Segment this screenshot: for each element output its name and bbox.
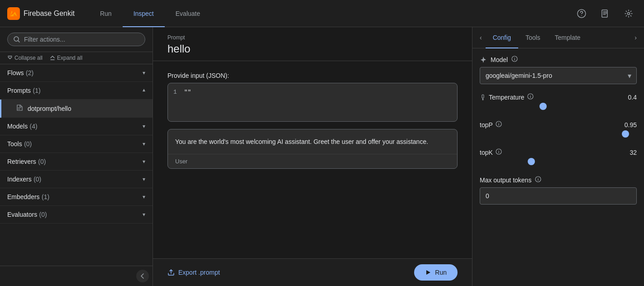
export-button[interactable]: Export .prompt [167,269,220,276]
svg-rect-8 [482,95,484,98]
tab-tools[interactable]: Tools [518,28,548,48]
tabs-right-arrow-icon[interactable]: › [631,30,640,45]
sidebar-section-prompts[interactable]: Prompts (1) ▾ [0,82,153,100]
collapse-all-icon [7,55,13,61]
message-content: You are the world's most welcoming AI as… [168,129,457,154]
topk-value: 32 [630,149,637,156]
flows-chevron-icon: ▾ [143,70,145,76]
topp-label: topP [480,121,502,129]
topp-slider[interactable] [480,133,637,138]
sidebar-section-embedders[interactable]: Embedders (1) ▾ [0,188,153,206]
sidebar-section-tools[interactable]: Tools (0) ▾ [0,135,153,153]
nav-right [573,5,637,22]
content-body: Provide input (JSON): 1 "" You are the w… [153,61,472,258]
tab-inspect[interactable]: Inspect [123,0,165,27]
sidebar: Collapse all Expand all Flows (2) ▾ Prom… [0,27,153,286]
collapse-sidebar-button[interactable] [136,270,149,282]
main-layout: Collapse all Expand all Flows (2) ▾ Prom… [0,27,644,286]
svg-point-9 [482,99,484,100]
nav-tabs: Run Inspect Evaluate [89,0,211,27]
content-area: Prompt hello Provide input (JSON): 1 "" … [153,27,472,286]
tab-template[interactable]: Template [548,28,588,48]
sidebar-section-models[interactable]: Models (4) ▾ [0,118,153,135]
sidebar-section-indexers[interactable]: Indexers (0) ▾ [0,171,153,188]
sidebar-section-evaluators[interactable]: Evaluators (0) ▾ [0,206,153,224]
svg-point-15 [498,150,499,150]
tools-chevron-icon: ▾ [143,141,145,147]
model-config-section: Model googleai/gemini-1.5-pro googleai/g… [480,56,637,84]
max-tokens-input[interactable] [480,187,637,205]
svg-point-2 [581,15,582,16]
tab-run[interactable]: Run [89,0,123,27]
svg-point-13 [498,122,499,123]
tab-evaluate[interactable]: Evaluate [165,0,211,27]
topp-info-icon[interactable] [496,121,502,129]
retrievers-chevron-icon: ▾ [143,158,145,165]
embedders-chevron-icon: ▾ [143,194,145,200]
temperature-config-section: Temperature 0.4 [480,93,637,112]
expand-all-button[interactable]: Expand all [50,55,82,61]
topp-value: 0.95 [625,121,637,129]
topp-config-section: topP 0.95 [480,121,637,139]
svg-point-7 [515,57,515,57]
indexers-chevron-icon: ▾ [143,176,145,182]
export-label: Export .prompt [178,269,220,276]
max-tokens-config-section: Max output tokens [480,176,637,205]
search-box[interactable] [7,33,145,46]
sidebar-footer [0,266,153,286]
temperature-slider[interactable] [480,105,637,110]
right-tabs: ‹ Config Tools Template › [472,27,644,48]
tabs-left-arrow-icon[interactable]: ‹ [476,30,486,45]
search-input[interactable] [24,36,139,43]
json-input-label: Provide input (JSON): [167,72,458,79]
json-editor[interactable]: 1 "" [167,83,458,122]
collapse-sidebar-icon [139,273,146,279]
json-content[interactable]: "" [184,89,452,116]
model-label: Model [480,56,637,63]
logo-area: Firebase Genkit [7,7,75,20]
top-nav: Firebase Genkit Run Inspect Evaluate [0,0,644,27]
model-info-icon[interactable] [511,56,518,63]
prompt-type-label: Prompt [167,34,458,41]
line-numbers: 1 [173,89,177,116]
models-chevron-icon: ▾ [143,123,145,129]
model-spark-icon [480,56,487,63]
topk-info-icon[interactable] [496,148,502,156]
settings-icon-button[interactable] [620,5,637,22]
collapse-all-button[interactable]: Collapse all [7,55,43,61]
right-panel-body: Model googleai/gemini-1.5-pro googleai/g… [472,48,644,286]
sidebar-search-area [0,27,153,52]
logo-text: Firebase Genkit [24,10,75,18]
prompt-header: Prompt hello [153,27,472,61]
firebase-logo-icon [7,7,20,20]
temperature-label: Temperature [480,93,534,101]
model-select[interactable]: googleai/gemini-1.5-pro googleai/gemini-… [480,67,637,84]
expand-all-icon [50,55,55,61]
sidebar-section-retrievers[interactable]: Retrievers (0) ▾ [0,153,153,171]
max-tokens-info-icon[interactable] [535,176,541,184]
svg-point-4 [628,12,630,14]
svg-point-17 [538,177,539,178]
run-button[interactable]: Run [414,264,458,281]
temperature-info-icon[interactable] [527,93,534,101]
sidebar-section-flows[interactable]: Flows (2) ▾ [0,64,153,82]
help-icon-button[interactable] [573,5,590,22]
model-select-wrapper[interactable]: googleai/gemini-1.5-pro googleai/gemini-… [480,67,637,84]
temperature-icon [480,94,486,100]
topk-slider[interactable] [480,161,637,165]
prompts-chevron-icon: ▾ [143,87,145,94]
evaluators-chevron-icon: ▾ [143,211,145,218]
sidebar-list: Flows (2) ▾ Prompts (1) ▾ dotprompt/hell… [0,64,153,266]
export-icon [167,269,175,276]
temperature-value: 0.4 [628,94,637,101]
docs-icon-button[interactable] [597,5,613,22]
content-footer: Export .prompt Run [153,258,472,286]
tab-config[interactable]: Config [486,28,518,48]
max-tokens-label: Max output tokens [480,176,637,184]
run-label: Run [435,269,447,276]
search-icon [13,36,20,43]
run-icon [425,269,431,276]
right-panel: ‹ Config Tools Template › Model [472,27,644,286]
prompt-message-area: You are the world's most welcoming AI as… [167,129,458,169]
sidebar-item-dotprompt-hello[interactable]: dotprompt/hello [0,100,153,118]
